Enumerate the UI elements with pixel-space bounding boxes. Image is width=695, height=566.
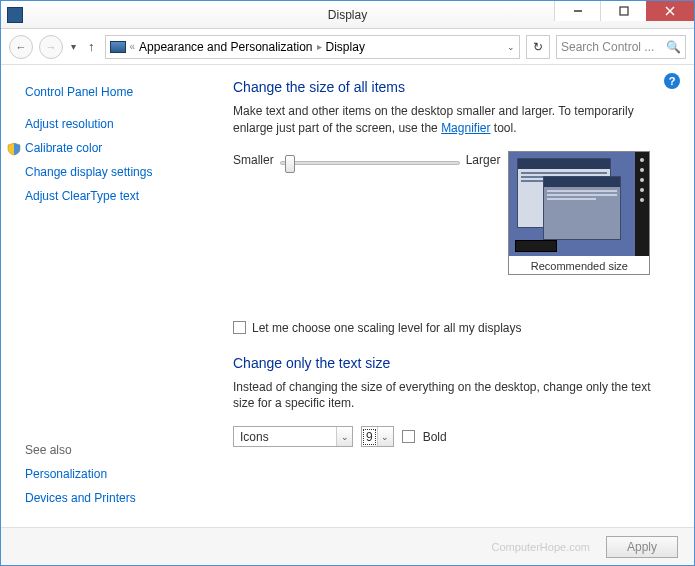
slider-thumb[interactable]	[285, 155, 295, 173]
window-controls	[554, 1, 694, 21]
see-also-heading: See also	[25, 443, 136, 457]
apply-button[interactable]: Apply	[606, 536, 678, 558]
minimize-button[interactable]	[554, 1, 600, 21]
refresh-button[interactable]: ↻	[526, 35, 550, 59]
bold-label: Bold	[423, 430, 447, 444]
text-size-row: Icons ⌄ 9 ⌄ Bold	[233, 426, 668, 447]
control-panel-home-link[interactable]: Control Panel Home	[25, 85, 203, 99]
maximize-button[interactable]	[600, 1, 646, 21]
up-button[interactable]: ↑	[84, 39, 99, 54]
sidebar: Control Panel Home Adjust resolution Cal…	[1, 65, 211, 527]
toolbar: ← → ▾ ↑ « Appearance and Personalization…	[1, 29, 694, 65]
calibrate-color-link[interactable]: Calibrate color	[25, 141, 203, 155]
text-size-heading: Change only the text size	[233, 355, 668, 371]
window-title: Display	[328, 8, 367, 22]
font-size-dropdown[interactable]: 9 ⌄	[361, 426, 394, 447]
one-scaling-label: Let me choose one scaling level for all …	[252, 321, 521, 335]
breadcrumb-separator-icon: ▸	[317, 41, 322, 52]
scaling-slider[interactable]	[280, 161, 460, 165]
address-bar[interactable]: « Appearance and Personalization ▸ Displ…	[105, 35, 521, 59]
scaling-checkbox-row: Let me choose one scaling level for all …	[233, 321, 668, 335]
magnifier-link[interactable]: Magnifier	[441, 121, 490, 135]
chevron-down-icon: ⌄	[377, 427, 393, 446]
search-input[interactable]: Search Control ... 🔍	[556, 35, 686, 59]
slider-smaller-label: Smaller	[233, 153, 274, 167]
breadcrumb-item[interactable]: Appearance and Personalization	[139, 40, 312, 54]
content-area: Control Panel Home Adjust resolution Cal…	[1, 65, 694, 527]
app-icon	[7, 7, 23, 23]
bottom-bar: ComputerHope.com Apply	[1, 527, 694, 565]
search-placeholder: Search Control ...	[561, 40, 654, 54]
font-size-value: 9	[363, 429, 376, 445]
close-button[interactable]	[646, 1, 694, 21]
breadcrumb-item[interactable]: Display	[326, 40, 365, 54]
shield-icon	[7, 142, 21, 156]
personalization-link[interactable]: Personalization	[25, 467, 136, 481]
help-icon[interactable]: ?	[664, 73, 680, 89]
text-size-description: Instead of changing the size of everythi…	[233, 379, 668, 413]
see-also-section: See also Personalization Devices and Pri…	[25, 443, 136, 515]
slider-larger-label: Larger	[466, 153, 501, 167]
watermark: ComputerHope.com	[492, 541, 590, 553]
adjust-resolution-link[interactable]: Adjust resolution	[25, 117, 203, 131]
scaling-slider-row: Smaller Larger Recommended size	[233, 151, 668, 275]
size-description: Make text and other items on the desktop…	[233, 103, 668, 137]
svg-rect-1	[620, 7, 628, 15]
recent-locations-dropdown[interactable]: ▾	[69, 41, 78, 52]
adjust-cleartype-link[interactable]: Adjust ClearType text	[25, 189, 203, 203]
address-dropdown-icon[interactable]: ⌄	[507, 42, 515, 52]
preview-box: Recommended size	[508, 151, 650, 275]
search-icon: 🔍	[666, 40, 681, 54]
preview-caption: Recommended size	[509, 256, 649, 274]
control-panel-icon	[110, 41, 126, 53]
item-dropdown-value: Icons	[234, 430, 275, 444]
bold-checkbox[interactable]	[402, 430, 415, 443]
chevron-down-icon: ⌄	[336, 427, 352, 446]
forward-button[interactable]: →	[39, 35, 63, 59]
titlebar: Display	[1, 1, 694, 29]
back-button[interactable]: ←	[9, 35, 33, 59]
main-panel: ? Change the size of all items Make text…	[211, 65, 694, 527]
size-heading: Change the size of all items	[233, 79, 668, 95]
item-dropdown[interactable]: Icons ⌄	[233, 426, 353, 447]
breadcrumb-separator-icon: «	[130, 41, 136, 52]
slider-labels: Smaller Larger	[233, 151, 500, 167]
preview-image	[509, 152, 649, 256]
change-display-settings-link[interactable]: Change display settings	[25, 165, 203, 179]
one-scaling-checkbox[interactable]	[233, 321, 246, 334]
devices-printers-link[interactable]: Devices and Printers	[25, 491, 136, 505]
